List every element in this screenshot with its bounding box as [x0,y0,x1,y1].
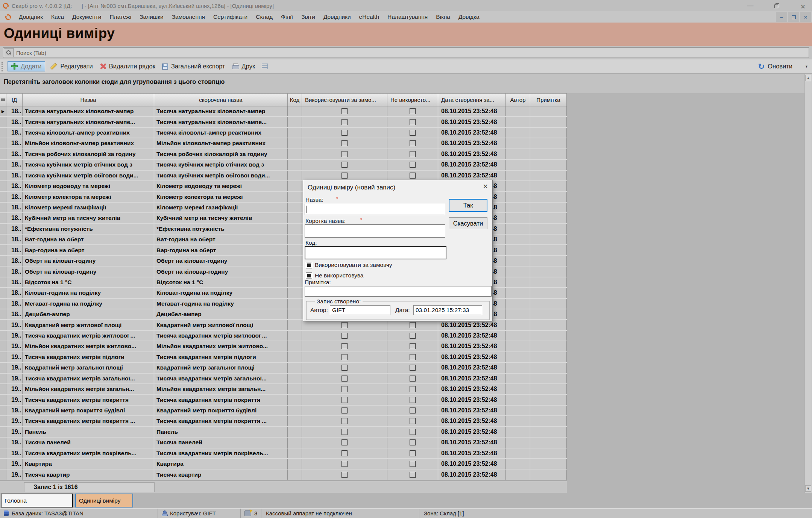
note-input[interactable] [305,286,492,297]
short-name-input[interactable] [305,224,445,238]
table-row[interactable]: 19..Квадратний метр покриття будівліКвад… [0,406,567,416]
tab-home[interactable]: Головна [1,494,73,507]
not-used-cell-checkbox[interactable] [410,108,416,114]
use-default-cell-checkbox[interactable] [341,162,348,168]
not-used-cell-checkbox[interactable] [410,130,416,136]
not-used-cell-checkbox[interactable] [410,418,416,424]
scroll-down-icon[interactable]: ▼ [805,485,811,492]
toolbar-grip[interactable] [2,62,5,71]
table-row[interactable]: 18..Тисяча кіловольт-ампер реактивнихТис… [0,128,567,138]
column-header-author[interactable]: Автор [506,94,530,106]
not-used-cell-checkbox[interactable] [410,450,416,456]
date-input[interactable]: 03.01.2025 15:27:33 [413,305,482,315]
not-used-cell-checkbox[interactable] [410,365,416,371]
not-used-cell-checkbox[interactable] [410,407,416,413]
use-default-checkbox-row[interactable]: Використовувати за замовчу [306,262,392,268]
menu-item-сертифікати[interactable]: Сертифікати [209,14,252,20]
column-header-not-used[interactable]: Не використо... [387,94,438,106]
add-button[interactable]: Додати [8,61,45,71]
print-button[interactable]: Друк [229,62,259,71]
not-used-cell-checkbox[interactable] [410,439,416,445]
table-row[interactable]: 19..Мільйон квадратних метрів загальн...… [0,384,567,395]
use-default-cell-checkbox[interactable] [341,119,348,125]
menu-item-ehealth[interactable]: eHealth [355,14,383,20]
column-header-short[interactable]: скорочена назва [154,94,288,106]
mdi-minimize-button[interactable]: – [776,12,787,22]
export-button[interactable]: Загальний експорт [159,62,229,71]
table-row[interactable]: 18..Тисяча кубічних метрів стічних вод з… [0,160,567,170]
menu-item-склад[interactable]: Склад [252,14,277,20]
use-default-cell-checkbox[interactable] [341,333,348,339]
cancel-button[interactable]: Скасувати [449,217,487,229]
table-row[interactable]: 19..Тисяча квадратних метрів покриттяТис… [0,395,567,405]
table-row[interactable]: 19..Квадратний метр загальної площіКвадр… [0,363,567,373]
menu-item-залишки[interactable]: Залишки [135,14,168,20]
ok-button[interactable]: Так [449,199,487,212]
mdi-close-button[interactable]: × [800,12,811,22]
use-default-cell-checkbox[interactable] [341,343,348,349]
not-used-cell-checkbox[interactable] [410,162,416,168]
use-default-cell-checkbox[interactable] [341,407,348,413]
column-header-id[interactable]: ІД [6,94,23,106]
table-row[interactable]: 19..Тисяча квартирТисяча квартир08.10.20… [0,470,567,480]
table-row[interactable]: 18..Мільйон кіловольт-ампер реактивнихМі… [0,138,567,149]
table-row[interactable]: 19..Тисяча квадратних метрів загальної..… [0,374,567,384]
column-header-note[interactable]: Примітка [530,94,567,106]
delete-row-button[interactable]: Видалити рядок [96,62,159,71]
close-button[interactable]: × [799,2,807,9]
use-default-cell-checkbox[interactable] [341,365,348,371]
menu-item-замовлення[interactable]: Замовлення [168,14,209,20]
menu-item-документи[interactable]: Документи [68,14,105,20]
table-row[interactable]: 19..Тисяча квадратних метрів покрівель..… [0,448,567,459]
use-default-cell-checkbox[interactable] [341,173,348,179]
table-row[interactable]: 19..ПанельПанель08.10.2015 23:52:48 [0,427,567,438]
use-default-cell-checkbox[interactable] [341,386,348,392]
refresh-button[interactable]: ↻ Оновити [755,61,796,71]
table-row[interactable]: 19..Тисяча панелейТисяча панелей08.10.20… [0,438,567,448]
not-used-cell-checkbox[interactable] [410,429,416,435]
not-used-cell-checkbox[interactable] [410,173,416,179]
table-row[interactable]: ▶18..Тисяча натуральних кіловольт-амперТ… [0,106,567,117]
not-used-cell-checkbox[interactable] [410,461,416,467]
scroll-up-icon[interactable]: ▲ [805,75,811,81]
not-used-cell-checkbox[interactable] [410,119,416,125]
use-default-cell-checkbox[interactable] [341,472,348,478]
column-header-use-default[interactable]: Використовувати за замо... [302,94,387,106]
menu-item-філії[interactable]: Філії [277,14,297,20]
vertical-scrollbar[interactable]: ▲ ▼ [804,74,812,493]
group-by-panel[interactable]: Перетягніть заголовок колонки сюди для у… [0,74,812,93]
use-default-cell-checkbox[interactable] [341,140,348,146]
use-default-cell-checkbox[interactable] [341,461,348,467]
column-chooser-button[interactable] [258,62,271,70]
use-default-cell-checkbox[interactable] [341,376,348,382]
use-default-checkbox[interactable] [306,262,312,268]
menu-item-налаштування[interactable]: Налаштування [383,14,432,20]
not-used-checkbox-row[interactable]: Не використовува [306,272,364,279]
tab-units[interactable]: Одиниці виміру [75,494,133,507]
minimize-button[interactable]: — [747,2,754,9]
not-used-cell-checkbox[interactable] [410,333,416,339]
use-default-cell-checkbox[interactable] [341,322,348,328]
not-used-cell-checkbox[interactable] [410,343,416,349]
menu-item-каса[interactable]: Каса [47,14,68,20]
menu-item-довідка[interactable]: Довідка [454,14,484,20]
table-row[interactable]: 19..Мільйон квадратних метрів житлово...… [0,341,567,352]
table-row[interactable]: 19..Тисяча квадратних метрів підлогиТися… [0,352,567,363]
menu-item-довідники[interactable]: Довідники [319,14,355,20]
table-row[interactable]: 19..КвартираКвартира08.10.2015 23:52:48 [0,459,567,470]
table-row[interactable]: 19..Тисяча квадратних метрів житлової ..… [0,331,567,341]
menu-item-вікна[interactable]: Вікна [432,14,454,20]
not-used-cell-checkbox[interactable] [410,386,416,392]
table-row[interactable]: 19..Тисяча квадратних метрів покриття ..… [0,416,567,427]
not-used-cell-checkbox[interactable] [410,151,416,157]
use-default-cell-checkbox[interactable] [341,450,348,456]
menu-item-платежі[interactable]: Платежі [105,14,135,20]
not-used-cell-checkbox[interactable] [410,376,416,382]
column-header-code[interactable]: Код [288,94,302,106]
not-used-cell-checkbox[interactable] [410,397,416,403]
use-default-cell-checkbox[interactable] [341,130,348,136]
table-row[interactable]: 18..Тисяча натуральних кіловольт-ампе...… [0,117,567,127]
edit-button[interactable]: Редагувати [47,62,96,71]
column-header-created[interactable]: Дата створення за... [438,94,506,106]
use-default-cell-checkbox[interactable] [341,151,348,157]
